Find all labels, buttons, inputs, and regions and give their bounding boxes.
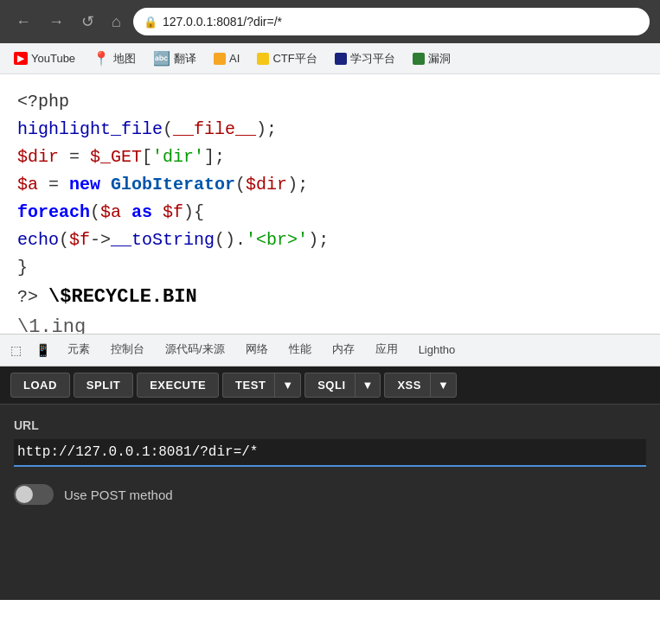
browser-toolbar: ← → ↺ ⌂ 🔒 127.0.0.1:8081/?dir=/* [0, 0, 660, 43]
hackbar-test-button[interactable]: TEST [222, 373, 278, 398]
url-input[interactable] [14, 439, 646, 467]
study-icon [335, 53, 347, 65]
bookmark-study-label: 学习平台 [350, 51, 395, 67]
tab-sources[interactable]: 源代码/来源 [155, 335, 235, 366]
home-button[interactable]: ⌂ [106, 10, 126, 35]
output-line-2: \1.ing [17, 312, 643, 334]
code-line-4: $a = new GlobIterator($dir); [17, 171, 643, 199]
bookmark-study[interactable]: 学习平台 [328, 48, 402, 70]
bookmark-ctf-label: CTF平台 [272, 51, 317, 67]
tab-application[interactable]: 应用 [365, 335, 408, 366]
devtools-device-icon[interactable]: 📱 [29, 338, 57, 362]
code-line-1: <?php [17, 88, 643, 116]
code-line-7: } [17, 254, 643, 282]
bookmark-ai[interactable]: AI [207, 48, 247, 68]
vuln-icon [413, 53, 425, 65]
bookmark-youtube-label: YouTube [31, 52, 75, 65]
tab-memory[interactable]: 内存 [322, 335, 365, 366]
toggle-row: Use POST method [14, 484, 646, 505]
code-line-3: $dir = $_GET['dir']; [17, 143, 643, 171]
bookmark-vuln-label: 漏洞 [428, 51, 451, 67]
hackbar-test-group: TEST ▼ [222, 373, 301, 398]
hackbar-split-button[interactable]: SPLIT [74, 373, 133, 398]
hackbar-body: URL Use POST method [0, 405, 660, 515]
page-content: <?php highlight_file(__file__); $dir = $… [0, 74, 660, 334]
toggle-knob [16, 486, 33, 503]
reload-button[interactable]: ↺ [76, 9, 99, 35]
code-line-5: foreach($a as $f){ [17, 199, 643, 226]
tab-elements[interactable]: 元素 [57, 335, 100, 366]
hackbar-sqli-button[interactable]: SQLI [304, 373, 357, 398]
bookmark-translate-label: 翻译 [174, 51, 196, 67]
devtools-inspect-icon[interactable]: ⬚ [3, 338, 29, 362]
bookmark-vuln[interactable]: 漏洞 [406, 48, 458, 70]
tab-performance[interactable]: 性能 [279, 335, 322, 366]
bookmark-youtube[interactable]: ▶ YouTube [7, 48, 82, 68]
url-label: URL [14, 418, 646, 432]
code-line-8: ?> \$RECYCLE.BIN [17, 282, 643, 312]
youtube-icon: ▶ [14, 52, 28, 65]
bookmark-maps[interactable]: 📍 地图 [86, 47, 143, 70]
bookmark-ai-label: AI [229, 52, 240, 65]
hackbar-test-dropdown[interactable]: ▼ [274, 373, 301, 398]
post-method-toggle[interactable] [14, 484, 54, 505]
back-button[interactable]: ← [10, 10, 36, 35]
ai-icon [214, 53, 226, 65]
hackbar-xss-dropdown[interactable]: ▼ [430, 373, 457, 398]
hackbar-toolbar: LOAD SPLIT EXECUTE TEST ▼ SQLI ▼ XSS ▼ [0, 367, 660, 405]
hackbar-load-button[interactable]: LOAD [10, 373, 70, 398]
tab-network[interactable]: 网络 [235, 335, 279, 366]
devtools-tabbar: ⬚ 📱 元素 控制台 源代码/来源 网络 性能 内存 应用 Lightho [0, 334, 660, 367]
tab-lighthouse[interactable]: Lightho [408, 336, 466, 365]
post-method-label: Use POST method [64, 488, 173, 502]
output-line-1: \$RECYCLE.BIN [48, 286, 197, 308]
tab-console[interactable]: 控制台 [100, 335, 155, 366]
address-bar[interactable]: 🔒 127.0.0.1:8081/?dir=/* [133, 8, 650, 35]
hackbar-panel: LOAD SPLIT EXECUTE TEST ▼ SQLI ▼ XSS ▼ U… [0, 367, 660, 600]
ctf-icon [257, 53, 269, 65]
bookmark-translate[interactable]: 🔤 翻译 [146, 47, 203, 70]
lock-icon: 🔒 [144, 16, 157, 29]
code-line-6: echo($f->__toString().'<br>'); [17, 226, 643, 254]
maps-icon: 📍 [93, 50, 110, 67]
hackbar-xss-button[interactable]: XSS [384, 373, 433, 398]
bookmark-ctf[interactable]: CTF平台 [250, 48, 324, 70]
forward-button[interactable]: → [43, 10, 69, 35]
hackbar-execute-button[interactable]: EXECUTE [137, 373, 219, 398]
hackbar-sqli-dropdown[interactable]: ▼ [355, 373, 381, 398]
code-line-2: highlight_file(__file__); [17, 116, 643, 143]
bookmarks-bar: ▶ YouTube 📍 地图 🔤 翻译 AI CTF平台 学习平台 漏洞 [0, 43, 660, 74]
hackbar-xss-group: XSS ▼ [384, 373, 456, 398]
bookmark-maps-label: 地图 [113, 51, 136, 67]
translate-icon: 🔤 [153, 50, 170, 67]
hackbar-sqli-group: SQLI ▼ [304, 373, 381, 398]
address-text: 127.0.0.1:8081/?dir=/* [163, 15, 282, 29]
